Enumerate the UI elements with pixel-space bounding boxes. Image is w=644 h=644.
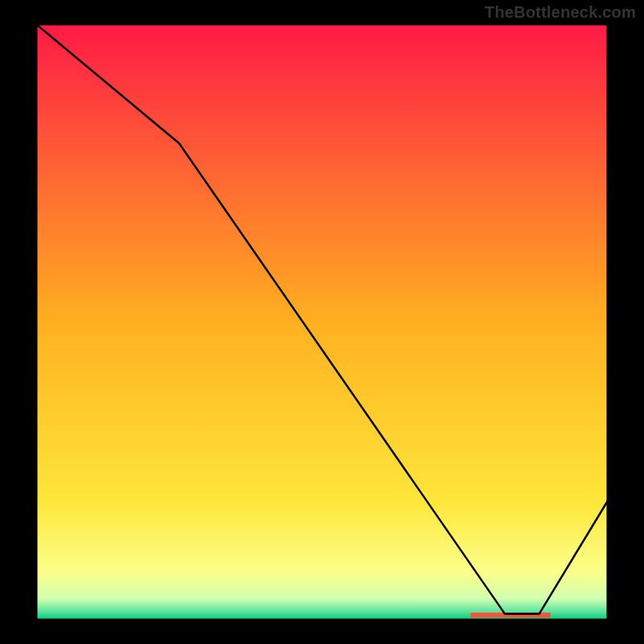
chart-svg (36, 24, 608, 620)
chart-frame: TheBottleneck.com (0, 0, 644, 644)
watermark-text: TheBottleneck.com (485, 3, 636, 22)
chart-plot (36, 24, 608, 620)
gradient-background (36, 24, 608, 620)
